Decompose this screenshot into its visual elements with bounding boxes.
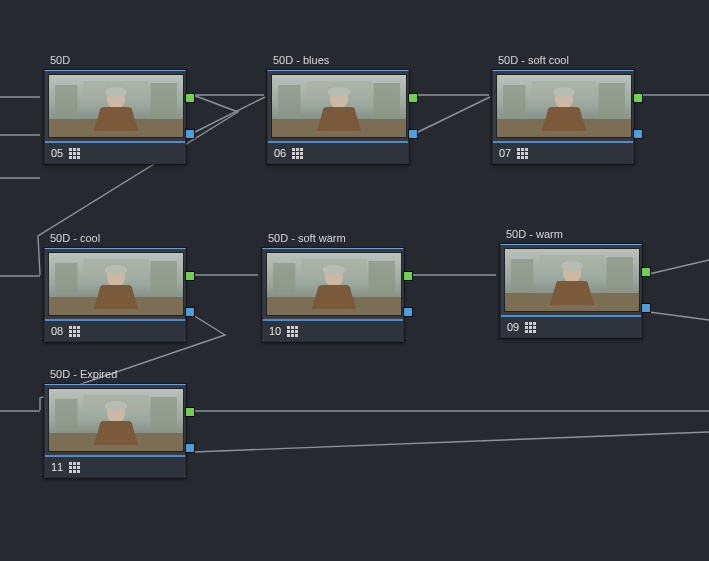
svg-point-31 [105,265,127,275]
svg-point-23 [553,87,575,97]
node-number: 05 [51,147,63,159]
output-port-blue-icon[interactable] [185,307,195,317]
svg-point-7 [105,87,127,97]
grid-icon[interactable] [292,148,303,159]
node-number: 08 [51,325,63,337]
output-port-blue-icon[interactable] [641,303,651,313]
node-thumbnail[interactable] [48,252,184,316]
node-number: 11 [51,461,63,473]
node-09[interactable]: 50D - warm 09 [500,228,642,338]
grid-icon[interactable] [525,322,536,333]
node-footer: 11 [45,455,185,477]
node-body[interactable]: 08 [44,248,186,342]
node-number: 09 [507,321,519,333]
node-11[interactable]: 50D - Expired 11 [44,368,186,478]
svg-rect-35 [369,261,395,295]
node-footer: 07 [493,141,633,163]
node-title: 50D - cool [50,232,186,244]
svg-point-47 [561,261,583,271]
node-08[interactable]: 50D - cool 08 [44,232,186,342]
node-thumbnail[interactable] [48,74,184,138]
output-port-blue-icon[interactable] [408,129,418,139]
node-footer: 10 [263,319,403,341]
svg-rect-34 [273,263,295,293]
node-body[interactable]: 07 [492,70,634,164]
output-port-blue-icon[interactable] [185,129,195,139]
node-05[interactable]: 50D 05 [44,54,186,164]
svg-point-15 [328,87,350,97]
svg-rect-54 [100,421,132,445]
node-06[interactable]: 50D - blues 06 [267,54,409,164]
node-number: 10 [269,325,281,337]
svg-rect-18 [503,85,525,115]
node-body[interactable]: 06 [267,70,409,164]
node-title: 50D - Expired [50,368,186,380]
node-10[interactable]: 50D - soft warm 10 [262,232,404,342]
grid-icon[interactable] [69,148,80,159]
output-port-green-icon[interactable] [408,93,418,103]
svg-rect-19 [599,83,625,117]
svg-rect-22 [548,107,580,131]
node-number: 07 [499,147,511,159]
node-thumbnail[interactable] [48,388,184,452]
node-thumbnail[interactable] [496,74,632,138]
output-port-green-icon[interactable] [633,93,643,103]
output-port-green-icon[interactable] [185,93,195,103]
svg-rect-30 [100,285,132,309]
grid-icon[interactable] [287,326,298,337]
svg-rect-38 [318,285,350,309]
svg-rect-26 [55,263,77,293]
node-footer: 08 [45,319,185,341]
node-title: 50D - blues [273,54,409,66]
output-port-green-icon[interactable] [185,407,195,417]
node-thumbnail[interactable] [266,252,402,316]
svg-rect-50 [55,399,77,429]
output-port-green-icon[interactable] [185,271,195,281]
svg-rect-10 [278,85,300,115]
grid-icon[interactable] [69,462,80,473]
svg-rect-51 [151,397,177,431]
node-title: 50D - soft cool [498,54,634,66]
svg-rect-3 [151,83,177,117]
grid-icon[interactable] [517,148,528,159]
node-title: 50D - soft warm [268,232,404,244]
svg-rect-6 [100,107,132,131]
svg-rect-42 [511,259,533,289]
node-footer: 09 [501,315,641,337]
svg-rect-46 [556,281,588,305]
node-title: 50D [50,54,186,66]
node-title: 50D - warm [506,228,642,240]
node-body[interactable]: 09 [500,244,642,338]
svg-rect-43 [607,257,633,291]
node-number: 06 [274,147,286,159]
output-port-blue-icon[interactable] [403,307,413,317]
output-port-blue-icon[interactable] [633,129,643,139]
node-thumbnail[interactable] [271,74,407,138]
node-07[interactable]: 50D - soft cool 07 [492,54,634,164]
svg-point-39 [323,265,345,275]
svg-rect-27 [151,261,177,295]
output-port-green-icon[interactable] [403,271,413,281]
node-body[interactable]: 05 [44,70,186,164]
node-body[interactable]: 10 [262,248,404,342]
node-thumbnail[interactable] [504,248,640,312]
svg-rect-11 [374,83,400,117]
svg-point-55 [105,401,127,411]
node-body[interactable]: 11 [44,384,186,478]
grid-icon[interactable] [69,326,80,337]
output-port-blue-icon[interactable] [185,443,195,453]
svg-rect-2 [55,85,77,115]
node-footer: 06 [268,141,408,163]
node-footer: 05 [45,141,185,163]
svg-rect-14 [323,107,355,131]
output-port-green-icon[interactable] [641,267,651,277]
